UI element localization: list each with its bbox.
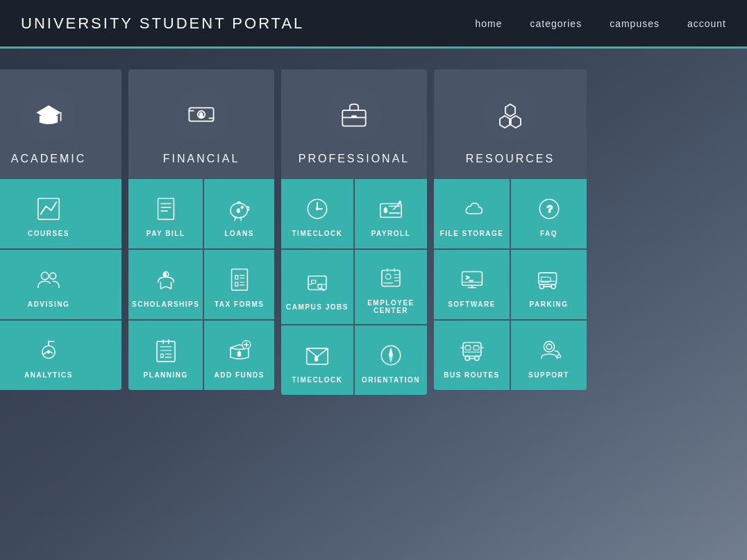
svg-text:$: $ [384,207,387,214]
briefcase-icon [339,99,369,130]
svg-point-61 [385,273,391,279]
tax-forms-item[interactable]: TAX FORMS [204,250,274,319]
parking-icon [532,264,566,295]
financial-title: FINANCIAL [163,153,240,165]
svg-point-19 [241,206,243,208]
category-academic: ACADEMIC COURSES [0,69,121,390]
graduation-cap-icon [33,99,64,130]
svg-rect-48 [380,203,401,217]
campus-jobs-item[interactable]: CAMPUS JOBS [281,250,353,324]
advising-item[interactable]: ADVISING [0,250,121,319]
svg-rect-60 [382,270,400,286]
software-icon-svg: >_ [459,266,485,293]
faq-icon: ? [532,193,566,224]
add-funds-icon-svg: $ [226,337,253,364]
employee-center-label: EMPLOYEE CENTER [358,299,423,314]
advising-label: ADVISING [28,300,69,308]
site-title: UNIVERSITY STUDENT PORTAL [21,15,476,33]
svg-rect-14 [158,198,174,219]
clock-icon [304,196,330,222]
planning-icon [149,334,183,366]
svg-text:?: ? [546,203,553,214]
pay-bill-item[interactable]: PAY BILL [128,179,203,248]
support-label: SUPPORT [528,371,569,379]
financial-grid: PAY BILL $ [128,179,274,390]
analytics-chart-icon [35,337,62,364]
parking-icon-svg [536,266,562,293]
scholarships-item[interactable]: $ SCHOLARSHIPS [128,250,203,319]
svg-text:$: $ [237,350,241,357]
tax-forms-label: TAX FORMS [215,300,265,308]
svg-rect-95 [473,346,479,350]
campus-jobs-icon [300,266,335,298]
svg-rect-55 [312,280,316,284]
employee-icon-svg [378,265,404,291]
scholarship-icon: $ [153,266,179,293]
jobs-icon [304,269,330,295]
analytics-item[interactable]: ANALYTICS [0,321,121,390]
bus-routes-icon [455,334,489,366]
svg-point-8 [47,350,49,353]
svg-point-4 [50,273,56,279]
nav-account[interactable]: account [687,18,726,29]
svg-rect-54 [308,276,326,290]
svg-text:>_: >_ [465,274,473,281]
orientation-item[interactable]: ORIENTATION [355,325,427,395]
professional-icon-circle [326,87,382,142]
resources-grid: FILE STORAGE ? FAQ [434,179,587,390]
tax-icon [226,266,253,293]
svg-rect-30 [157,341,175,362]
main-area: ACADEMIC COURSES [0,49,747,560]
users-icon [35,266,62,293]
professional-title: PROFESSIONAL [299,153,410,165]
support-item[interactable]: SUPPORT [511,321,587,390]
add-funds-item[interactable]: $ ADD FUNDS [204,321,274,390]
file-storage-label: FILE STORAGE [440,230,504,237]
bus-icon [459,337,485,364]
employee-icon [374,262,408,294]
timeclock-item[interactable]: TIMECLOCK [281,179,353,248]
faq-label: FAQ [540,230,557,237]
svg-point-99 [546,343,552,349]
svg-point-73 [389,354,392,356]
payroll-icon: $ [374,193,408,224]
svg-text:$: $ [314,355,318,362]
software-item[interactable]: >_ SOFTWARE [434,250,510,319]
add-funds-label: ADD FUNDS [215,371,265,379]
loans-item[interactable]: $ LOANS [204,179,274,248]
category-resources: RESOURCES FILE STORAGE [434,69,587,390]
faq-item[interactable]: ? FAQ [511,179,587,248]
timeclock-icon [300,193,335,224]
timeclock2-item[interactable]: $ TIMECLOCK [281,325,353,395]
navigation: UNIVERSITY STUDENT PORTAL home categorie… [0,0,747,49]
svg-point-90 [465,356,469,360]
svg-point-98 [544,341,554,352]
svg-marker-75 [500,116,510,128]
nav-campuses[interactable]: campuses [610,18,660,29]
nav-links: home categories campuses account [476,18,726,29]
courses-item[interactable]: COURSES [0,179,121,248]
file-storage-item[interactable]: FILE STORAGE [434,179,510,248]
planning-label: PLANNING [144,371,188,379]
support-icon [532,334,566,366]
planning-item[interactable]: PLANNING [128,321,203,390]
loans-icon: $ [222,193,257,224]
tax-forms-icon [222,264,257,295]
bus-routes-item[interactable]: BUS ROUTES [434,321,510,390]
planning-icon-svg [153,337,179,364]
scholarships-label: SCHOLARSHIPS [132,300,199,308]
professional-grid: TIMECLOCK $ [281,179,427,395]
employee-center-item[interactable]: EMPLOYEE CENTER [355,250,427,324]
parking-item[interactable]: PARKING [511,250,587,319]
payroll-item[interactable]: $ PAYROLL [355,179,427,248]
nav-home[interactable]: home [476,18,503,29]
pay-bill-label: PAY BILL [146,230,185,237]
financial-icon-circle: $ [174,87,229,142]
professional-header: PROFESSIONAL [281,69,427,179]
resources-icon-circle [482,87,538,142]
svg-point-86 [551,284,555,288]
cards-row: ACADEMIC COURSES [0,49,747,560]
nav-categories[interactable]: categories [530,18,582,29]
scholarships-icon: $ [149,264,183,295]
bus-routes-label: BUS ROUTES [444,371,500,379]
